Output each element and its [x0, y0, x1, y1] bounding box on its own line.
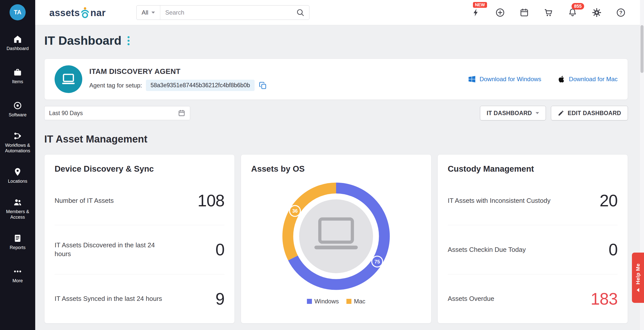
sidebar-item-label: Workflows & Automations [2, 143, 34, 153]
assets-by-os-donut-chart: 75 36 [277, 177, 395, 295]
legend-item-mac: Mac [346, 298, 365, 305]
page-title: IT Dashboard [44, 34, 122, 48]
logo-text-prefix: assets [49, 8, 80, 18]
assets-by-os-card: Assets by OS 75 [241, 154, 431, 323]
software-disc-icon [13, 101, 22, 110]
dashboard-home-icon [13, 35, 22, 44]
user-avatar[interactable]: TA [10, 4, 26, 20]
metric-row: Assets Overdue 183 [448, 274, 618, 323]
metric-row: Number of IT Assets 108 [55, 176, 224, 225]
sidebar-item-label: Software [9, 112, 26, 118]
sidebar-item-label: More [12, 278, 23, 284]
sidebar-item-label: Locations [8, 179, 27, 184]
calendar-icon [178, 109, 185, 117]
metric-label: Assets Overdue [448, 294, 494, 303]
gear-icon [592, 8, 601, 17]
legend-item-windows: Windows [307, 298, 339, 305]
cart-button[interactable] [543, 8, 553, 18]
sidebar-item-software[interactable]: Software [0, 93, 35, 126]
download-windows-label: Download for Windows [479, 76, 541, 83]
dashboard-selector-button[interactable]: IT DASHBOARD [480, 106, 546, 120]
metric-row: IT Assets Discovered in the last 24 hour… [55, 225, 224, 274]
app-root: TA Dashboard Items Software [0, 0, 644, 330]
metric-row: IT Assets with Inconsistent Custody 20 [448, 176, 618, 225]
sidebar-item-more[interactable]: More [0, 259, 35, 292]
collapse-arrow-icon [637, 288, 639, 292]
calendar-button[interactable] [519, 8, 529, 18]
dashboard-selector-label: IT DASHBOARD [487, 110, 532, 117]
lightning-icon [471, 8, 481, 17]
legend-label: Windows [314, 298, 339, 305]
cart-icon [544, 8, 553, 17]
agent-laptop-badge [55, 65, 82, 93]
windows-swatch [307, 299, 312, 304]
notification-count-badge: 855 [572, 3, 584, 10]
scrollbar-thumb[interactable] [640, 25, 643, 73]
sidebar-item-items[interactable]: Items [0, 60, 35, 93]
plus-circle-icon [495, 8, 505, 17]
date-range-value: Last 90 Days [49, 110, 83, 117]
sidebar: TA Dashboard Items Software [0, 0, 35, 330]
edit-dashboard-button[interactable]: EDIT DASHBOARD [551, 106, 628, 120]
app-logo[interactable]: assets nar [49, 7, 106, 18]
metric-label: Assets Checkin Due Today [448, 245, 526, 254]
map-pin-icon [13, 167, 22, 176]
device-discovery-card: Device Discovery & Sync Number of IT Ass… [44, 154, 235, 323]
quick-actions-button[interactable]: NEW [471, 8, 481, 18]
itam-agent-card: ITAM DISCOVERY AGENT Agent tag for setup… [44, 59, 628, 100]
add-item-button[interactable] [495, 8, 505, 18]
help-me-label: Help Me [635, 263, 641, 285]
sidebar-item-label: Members & Access [2, 209, 34, 220]
sidebar-item-dashboard[interactable]: Dashboard [0, 26, 35, 60]
search-scope-value: All [142, 9, 148, 16]
legend-label: Mac [354, 298, 365, 305]
briefcase-icon [13, 68, 22, 77]
search-scope-dropdown[interactable]: All [137, 6, 160, 20]
apple-logo-icon [557, 75, 566, 83]
sidebar-item-members[interactable]: Members & Access [0, 192, 35, 225]
card-title: Device Discovery & Sync [45, 155, 234, 174]
download-mac-link[interactable]: Download for Mac [557, 75, 618, 83]
laptop-icon [61, 71, 76, 87]
metric-label: IT Assets Discovered in the last 24 hour… [55, 241, 163, 258]
metric-row: IT Assets Synced in the last 24 hours 9 [55, 274, 224, 323]
help-me-tab[interactable]: Help Me [632, 253, 644, 303]
svg-text:75: 75 [375, 259, 380, 264]
sidebar-item-workflows[interactable]: Workflows & Automations [0, 126, 35, 159]
help-button[interactable]: ? [616, 8, 626, 18]
sidebar-item-label: Items [12, 79, 23, 84]
logo-text-suffix: nar [90, 8, 106, 18]
metric-row: Assets Checkin Due Today 0 [448, 225, 618, 274]
sidebar-item-label: Dashboard [7, 46, 29, 51]
chevron-down-icon [536, 112, 539, 114]
notifications-button[interactable]: 855 [568, 8, 578, 18]
download-windows-link[interactable]: Download for Windows [468, 75, 541, 83]
edit-dashboard-label: EDIT DASHBOARD [568, 110, 621, 117]
metric-label: Number of IT Assets [55, 196, 114, 205]
sonar-o-icon [80, 7, 90, 18]
svg-text:36: 36 [292, 208, 298, 214]
main-content: IT Dashboard ITAM DISCOVERY AGENT Agent … [35, 25, 644, 330]
agent-tag-label: Agent tag for setup: [89, 82, 142, 89]
top-bar: assets nar All [35, 0, 644, 25]
svg-text:?: ? [619, 10, 622, 15]
copy-icon[interactable] [259, 81, 267, 90]
metric-value: 108 [197, 191, 224, 210]
workflow-branch-icon [13, 131, 22, 140]
search-input[interactable] [160, 9, 296, 16]
card-title: Custody Management [438, 155, 628, 174]
sidebar-item-label: Reports [10, 245, 25, 250]
page-options-kebab-icon[interactable] [127, 35, 131, 46]
donut-badge-windows: 75 [372, 256, 383, 267]
metric-value: 0 [609, 240, 618, 259]
metric-label: IT Assets with Inconsistent Custody [448, 196, 550, 205]
date-range-select[interactable]: Last 90 Days [44, 106, 190, 120]
download-mac-label: Download for Mac [569, 76, 618, 83]
sidebar-item-locations[interactable]: Locations [0, 159, 35, 192]
settings-button[interactable] [592, 8, 602, 18]
sidebar-item-reports[interactable]: Reports [0, 225, 35, 259]
mac-swatch [346, 299, 351, 304]
search-icon[interactable] [296, 8, 305, 17]
chart-legend: Windows Mac [307, 298, 366, 305]
top-icon-bar: NEW [471, 8, 626, 18]
